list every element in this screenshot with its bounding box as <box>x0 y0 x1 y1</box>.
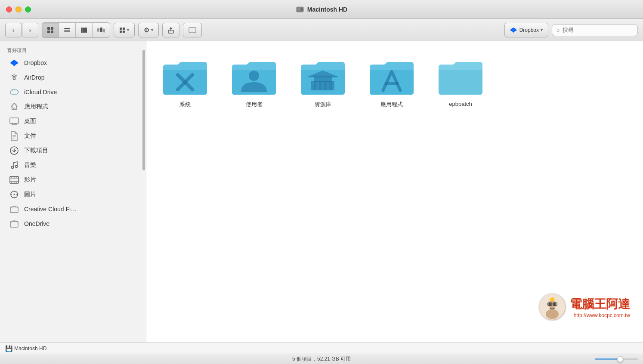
svg-rect-4 <box>297 9 300 9</box>
svg-rect-7 <box>51 27 53 30</box>
close-button[interactable] <box>6 6 12 12</box>
sidebar-section-label: 喜好項目 <box>0 41 146 56</box>
path-disk-icon: 💾 <box>5 345 12 352</box>
view-icon-button[interactable] <box>42 23 59 37</box>
sidebar-label-documents: 文件 <box>24 132 36 140</box>
file-item-apps[interactable]: 應用程式 <box>366 59 417 108</box>
path-bar: 💾 Macintosh HD <box>0 342 643 354</box>
sidebar-item-cc[interactable]: Creative Cloud Fi… <box>3 202 143 216</box>
svg-rect-70 <box>314 81 316 90</box>
sidebar-scrollbar[interactable] <box>142 41 145 342</box>
sidebar-item-dropbox[interactable]: Dropbox <box>3 56 143 70</box>
action-button[interactable]: ⚙ ▾ <box>138 23 159 37</box>
svg-rect-16 <box>100 28 102 32</box>
sidebar-item-desktop[interactable]: 桌面 <box>3 114 143 129</box>
folder-icon-apps <box>368 59 415 96</box>
svg-rect-73 <box>329 81 332 90</box>
action-dropdown-arrow: ▾ <box>151 28 153 32</box>
sidebar-label-desktop: 桌面 <box>24 117 36 125</box>
svg-rect-19 <box>120 28 122 30</box>
tag-icon <box>189 27 196 33</box>
file-item-users[interactable]: 使用者 <box>228 59 280 108</box>
sidebar-label-icloud: iCloud Drive <box>24 89 57 96</box>
sidebar-item-photos[interactable]: 圖片 <box>3 187 143 202</box>
svg-rect-5 <box>297 10 299 10</box>
group-dropdown-arrow: ▾ <box>127 28 129 32</box>
traffic-lights <box>6 6 31 12</box>
svg-point-78 <box>549 303 551 305</box>
gear-icon: ⚙ <box>144 26 149 34</box>
svg-rect-62 <box>10 222 18 227</box>
sidebar-item-music[interactable]: 音樂 <box>3 158 143 173</box>
file-name-library: 資源庫 <box>315 101 331 108</box>
dropbox-icon <box>510 27 517 34</box>
music-sidebar-icon <box>9 160 19 170</box>
group-icon <box>119 27 125 33</box>
airdrop-sidebar-icon <box>9 73 19 82</box>
file-name-users: 使用者 <box>246 101 263 108</box>
onedrive-sidebar-icon <box>9 219 19 228</box>
sidebar-item-onedrive[interactable]: OneDrive <box>3 216 143 231</box>
maximize-button[interactable] <box>25 6 31 12</box>
sidebar-label-dropbox: Dropbox <box>24 59 47 66</box>
svg-rect-72 <box>324 81 327 90</box>
tag-button[interactable] <box>183 23 202 37</box>
desktop-sidebar-icon <box>9 117 19 126</box>
sidebar-label-downloads: 下載項目 <box>24 147 48 154</box>
watermark-brand: 電腦王阿達 <box>570 296 630 312</box>
folder-icon-library <box>299 59 346 96</box>
sidebar-item-downloads[interactable]: 下載項目 <box>3 143 143 158</box>
svg-rect-12 <box>64 31 70 32</box>
file-item-library[interactable]: 資源庫 <box>297 59 349 108</box>
sidebar-label-movies: 影片 <box>24 176 36 184</box>
svg-rect-18 <box>103 29 105 32</box>
svg-rect-69 <box>308 76 338 77</box>
minimize-button[interactable] <box>15 6 22 12</box>
svg-rect-9 <box>51 31 53 33</box>
svg-point-56 <box>14 194 15 195</box>
view-column-button[interactable] <box>76 23 92 37</box>
search-box[interactable]: ⌕ <box>552 24 638 36</box>
folder-icon-system <box>161 59 209 96</box>
share-button[interactable] <box>162 23 179 37</box>
view-list-button[interactable] <box>59 23 75 37</box>
window-title: Macintosh HD <box>296 5 347 14</box>
svg-point-34 <box>13 78 15 80</box>
zoom-slider[interactable] <box>595 358 638 360</box>
svg-rect-11 <box>64 30 70 31</box>
photos-sidebar-icon <box>9 190 19 199</box>
sidebar-item-apps[interactable]: 應用程式 <box>3 99 143 114</box>
search-input[interactable] <box>563 27 627 33</box>
group-by-button[interactable]: ▾ <box>114 23 135 37</box>
svg-rect-71 <box>319 81 322 90</box>
svg-rect-25 <box>189 28 196 33</box>
sidebar-item-documents[interactable]: 文件 <box>3 129 143 143</box>
title-bar: Macintosh HD <box>0 0 643 19</box>
sidebar-item-movies[interactable]: 影片 <box>3 173 143 187</box>
folder-icon-epbpatch <box>437 59 484 96</box>
path-label: Macintosh HD <box>14 345 46 352</box>
watermark-url: http://www.kocpc.com.tw <box>570 312 630 318</box>
dropbox-sidebar-icon <box>9 58 19 68</box>
icloud-sidebar-icon <box>9 87 19 97</box>
sidebar-item-icloud[interactable]: iCloud Drive <box>3 85 143 99</box>
file-item-system[interactable]: 系統 <box>159 59 211 108</box>
view-coverflow-button[interactable] <box>93 23 110 37</box>
svg-rect-15 <box>85 28 87 33</box>
search-icon: ⌕ <box>556 27 560 33</box>
file-item-epbpatch[interactable]: epbpatch <box>435 59 486 108</box>
cc-sidebar-icon <box>9 204 19 214</box>
sidebar-label-photos: 圖片 <box>24 191 36 198</box>
svg-point-44 <box>12 167 14 169</box>
downloads-sidebar-icon <box>9 146 19 155</box>
dropbox-button[interactable]: Dropbox ▾ <box>504 23 548 37</box>
sidebar-item-airdrop[interactable]: AirDrop <box>3 70 143 85</box>
forward-button[interactable]: › <box>22 23 38 37</box>
nav-buttons: ‹ › <box>5 23 38 37</box>
svg-rect-10 <box>64 28 70 29</box>
back-button[interactable]: ‹ <box>5 23 22 37</box>
sidebar-label-airdrop: AirDrop <box>24 74 44 81</box>
svg-point-45 <box>15 166 18 168</box>
sidebar-label-apps: 應用程式 <box>24 103 48 111</box>
status-text: 5 個項目，52.21 GB 可用 <box>292 355 351 363</box>
